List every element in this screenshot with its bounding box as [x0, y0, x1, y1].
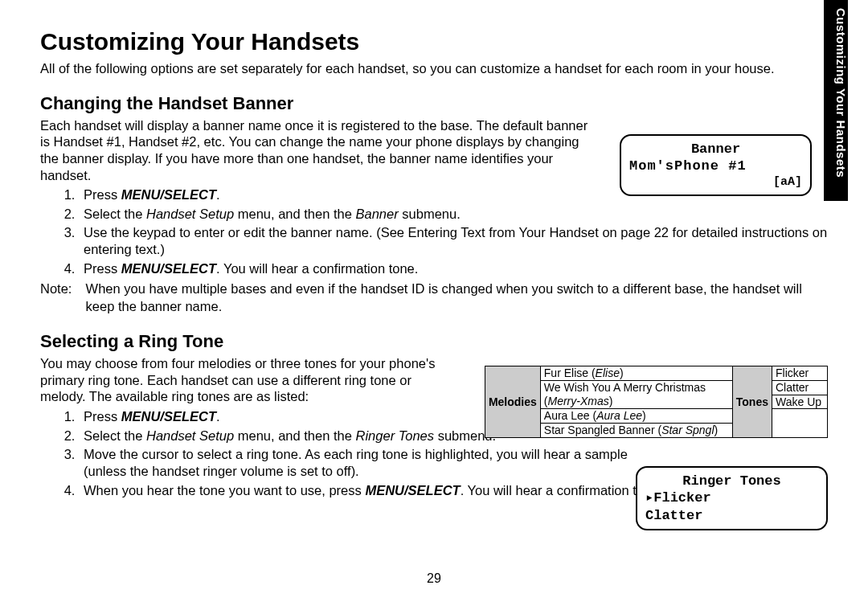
- table-cell: Star Spangled Banner (Star Spngl): [540, 424, 732, 438]
- table-header-tones: Tones: [732, 366, 772, 438]
- step-text: Select the: [84, 207, 146, 221]
- menu-select-label: MENU/SELECT: [121, 409, 216, 424]
- lcd-line: Clatter: [645, 507, 818, 524]
- step-text: .: [216, 409, 220, 424]
- cell-text: ): [609, 395, 613, 407]
- menu-select-label: MENU/SELECT: [121, 261, 216, 276]
- step-item: Move the cursor to select a ring tone. A…: [79, 446, 674, 481]
- step-text: menu, and then the: [234, 428, 355, 443]
- submenu-name: Ringer Tones: [356, 428, 435, 443]
- step-item: Press MENU/SELECT. You will hear a confi…: [79, 260, 828, 277]
- table-cell: Fur Elise (Elise): [540, 366, 732, 381]
- lcd-screen-ringer: Ringer Tones ▸Flicker Clatter: [636, 466, 828, 530]
- table-cell: Clatter: [772, 380, 828, 395]
- table-cell: Flicker: [772, 366, 828, 381]
- step-text: When you hear the tone you want to use, …: [84, 483, 365, 497]
- cell-text-ital: Merry-Xmas: [547, 395, 608, 407]
- menu-name: Handset Setup: [146, 428, 234, 443]
- step-text: submenu.: [399, 207, 461, 221]
- banner-steps: Press MENU/SELECT. Select the Handset Se…: [40, 186, 828, 277]
- cell-text: ): [620, 366, 624, 379]
- page-number: 29: [0, 571, 868, 586]
- table-cell: Aura Lee (Aura Lee): [540, 409, 732, 424]
- cell-text: ): [714, 424, 719, 436]
- banner-paragraph: Each handset will display a banner name …: [40, 117, 595, 184]
- lcd-line: ▸Flicker: [645, 489, 818, 506]
- menu-name: Handset Setup: [146, 207, 234, 221]
- cell-text: Fur Elise (: [544, 366, 596, 379]
- step-item: When you hear the tone you want to use, …: [79, 482, 674, 499]
- section-heading-ringtone: Selecting a Ring Tone: [40, 331, 828, 352]
- step-item: Select the Handset Setup menu, and then …: [79, 206, 828, 223]
- step-text: Press: [84, 187, 121, 202]
- page-title: Customizing Your Handsets: [40, 28, 828, 55]
- cell-text-ital: Aura Lee: [596, 409, 642, 422]
- table-cell: Wake Up: [772, 395, 828, 409]
- lcd-line: Mom'sPhone #1: [629, 158, 802, 174]
- step-text: Press: [84, 409, 121, 424]
- table-header-melodies: Melodies: [485, 366, 540, 438]
- section-heading-banner: Changing the Handset Banner: [40, 93, 828, 114]
- lcd-screen-banner: Banner Mom'sPhone #1 [aA]: [620, 134, 812, 196]
- cell-text: ): [642, 409, 646, 422]
- step-text: . You will hear a confirmation tone.: [216, 261, 418, 276]
- note-block: Note: When you have multiple bases and e…: [40, 280, 828, 315]
- intro-paragraph: All of the following options are set sep…: [40, 60, 812, 77]
- table-cell-empty: [772, 409, 828, 438]
- cell-text: Star Spangled Banner (: [544, 424, 661, 436]
- lcd-line: Ringer Tones: [645, 473, 818, 489]
- submenu-name: Banner: [356, 207, 399, 221]
- cell-text: Aura Lee (: [544, 409, 596, 422]
- page: Customizing Your Handsets All of the fol…: [0, 0, 868, 518]
- step-text: menu, and then the: [234, 207, 355, 221]
- note-label: Note:: [40, 280, 82, 297]
- ringtone-paragraph: You may choose from four melodies or thr…: [40, 355, 442, 405]
- lcd-line: Banner: [629, 141, 802, 158]
- menu-select-label: MENU/SELECT: [365, 483, 460, 497]
- lcd-line: [aA]: [629, 175, 802, 190]
- note-body: When you have multiple bases and even if…: [86, 280, 809, 315]
- ringtone-table: Melodies Fur Elise (Elise) Tones Flicker…: [485, 366, 828, 438]
- menu-select-label: MENU/SELECT: [121, 187, 216, 202]
- step-text: .: [216, 187, 220, 202]
- step-text: . You will hear a confirmation tone.: [461, 483, 662, 497]
- cell-text-ital: Elise: [596, 366, 620, 379]
- table-cell: We Wish You A Merry Christmas (Merry-Xma…: [540, 380, 732, 409]
- step-text: Select the: [84, 428, 146, 443]
- step-text: Press: [84, 261, 121, 276]
- cell-text-ital: Star Spngl: [661, 424, 714, 436]
- step-item: Use the keypad to enter or edit the bann…: [79, 224, 828, 259]
